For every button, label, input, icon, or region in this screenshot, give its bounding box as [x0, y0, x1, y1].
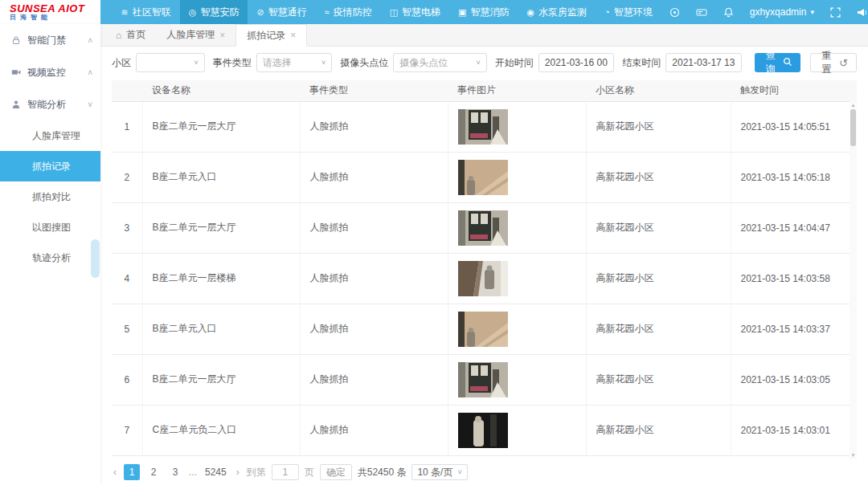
tab[interactable]: ⌂首页: [105, 24, 156, 46]
sidebar-item[interactable]: 人脸库管理: [0, 120, 100, 151]
sidebar-item-label: 抓拍对比: [32, 190, 71, 204]
reset-icon: ↺: [839, 57, 848, 69]
main-area: ⌂首页人脸库管理×抓拍记录× 小区 ˅ 事件类型 请选择 ˅ 摄像头点位 摄像头…: [100, 24, 868, 485]
event-snapshot-image[interactable]: [458, 160, 508, 195]
topnav-item-access[interactable]: ⊘智慧通行: [248, 0, 315, 24]
event-type-cell: 人脸抓拍: [300, 152, 448, 202]
next-page-button[interactable]: ›: [235, 467, 241, 478]
chevron-down-icon: ▾: [810, 8, 814, 16]
table-header-row: 设备名称事件类型事件图片小区名称触发时间: [112, 80, 857, 101]
event-snapshot-image[interactable]: [458, 109, 508, 145]
device-name-cell: C座二单元负二入口: [142, 405, 300, 455]
chevron-down-icon: ˅: [317, 59, 326, 67]
end-time-input[interactable]: [672, 57, 735, 68]
topnav-item-fire[interactable]: ▣智慧消防: [449, 0, 518, 24]
row-index: 3: [112, 202, 142, 253]
community-select[interactable]: ˅: [136, 53, 205, 72]
search-button[interactable]: 查询: [755, 53, 800, 72]
topnav-item-environment[interactable]: ◔智慧环境: [596, 0, 661, 24]
chevron-down-icon: ˅: [473, 59, 481, 67]
column-header: 小区名称: [586, 80, 731, 101]
column-header: 事件图片: [448, 80, 586, 101]
trigger-time-cell: 2021-03-15 14:03:58: [731, 253, 857, 304]
scroll-up-icon[interactable]: ▲: [850, 102, 857, 108]
event-snapshot-image[interactable]: [458, 362, 508, 397]
sidebar-item[interactable]: 以图搜图: [0, 212, 100, 243]
topnav-item-community[interactable]: ≋社区智联: [113, 0, 180, 24]
trigger-time-cell: 2021-03-15 14:03:37: [731, 304, 857, 354]
start-time-input[interactable]: [545, 57, 608, 68]
topnav-item-label: 智慧通行: [268, 6, 307, 19]
megaphone-icon[interactable]: [849, 7, 868, 18]
goto-confirm-button[interactable]: 确定: [320, 464, 352, 480]
event-snapshot-image[interactable]: [458, 413, 508, 448]
username: gxhyxqadmin: [750, 6, 807, 18]
page-ellipsis: ...: [189, 467, 197, 478]
tab[interactable]: 抓拍记录×: [235, 24, 307, 47]
table-row: 1B座二单元一层大厅人脸抓拍高新花园小区2021-03-15 14:05:51: [112, 101, 857, 152]
event-image-cell: [448, 304, 586, 354]
card-icon[interactable]: [688, 7, 715, 18]
camera-select[interactable]: 摄像头点位 ˅: [393, 53, 487, 72]
event-type-select-value: 请选择: [263, 56, 292, 70]
prev-page-button[interactable]: ‹: [112, 467, 118, 478]
sidebar-group-label: 智能门禁: [27, 34, 66, 47]
close-icon[interactable]: ×: [290, 30, 296, 41]
fullscreen-icon[interactable]: [822, 7, 849, 18]
user-menu[interactable]: gxhyxqadmin ▾: [742, 6, 822, 18]
environment-icon: ◔: [604, 7, 610, 17]
table-row: 7C座二单元负二入口人脸抓拍高新花园小区2021-03-15 14:03:01: [112, 405, 857, 455]
close-icon[interactable]: ×: [219, 30, 225, 41]
event-type-select[interactable]: 请选择 ˅: [256, 53, 333, 72]
community-cell: 高新花园小区: [586, 202, 731, 253]
reset-button[interactable]: 重置 ↺: [810, 53, 857, 72]
reset-button-label: 重置: [819, 49, 834, 76]
device-name-cell: B座二单元一层大厅: [142, 101, 300, 152]
end-time-field: [665, 53, 742, 72]
community-icon: ≋: [121, 7, 129, 18]
filter-bar: 小区 ˅ 事件类型 请选择 ˅ 摄像头点位 摄像头点位 ˅ 开始时间 结束时间 …: [100, 47, 868, 79]
page-number-button[interactable]: 2: [145, 464, 162, 480]
brand-logo: SUNSEA AIOT 日海智能: [0, 0, 100, 24]
tab-label: 抓拍记录: [247, 29, 285, 43]
topnav-item-label: 社区智联: [133, 6, 171, 19]
sidebar-collapse-handle[interactable]: [91, 239, 100, 278]
trigger-time-cell: 2021-03-15 14:03:01: [731, 405, 857, 455]
fire-icon: ▣: [458, 7, 466, 18]
event-type-cell: 人脸抓拍: [300, 354, 448, 405]
column-header: 事件类型: [300, 80, 448, 101]
table-scrollbar[interactable]: ▲ ▼: [850, 101, 857, 459]
sidebar-group-door-lock[interactable]: 智能门禁˄: [0, 24, 100, 56]
bell-icon[interactable]: [715, 7, 742, 18]
sidebar-item[interactable]: 轨迹分析: [0, 243, 100, 273]
sidebar-group-camera[interactable]: 视频监控˄: [0, 56, 100, 88]
pump-icon: ◉: [526, 7, 534, 18]
page-number-button[interactable]: 1: [124, 464, 140, 480]
event-type-label: 事件类型: [213, 56, 252, 70]
topnav-item-pump[interactable]: ◉水泵房监测: [518, 0, 596, 24]
tab[interactable]: 人脸库管理×: [156, 24, 235, 46]
topnav-item-label: 智慧电梯: [402, 6, 440, 19]
topnav-item-security[interactable]: ◎智慧安防: [180, 0, 248, 24]
table-row: 3B座二单元一层大厅人脸抓拍高新花园小区2021-03-15 14:04:47: [112, 202, 857, 253]
event-snapshot-image[interactable]: [458, 312, 508, 347]
target-icon[interactable]: [661, 7, 688, 18]
page-size-select[interactable]: 10 条/页 ˅: [411, 464, 467, 480]
goto-page-input[interactable]: [272, 464, 299, 480]
scrollbar-thumb[interactable]: [850, 109, 856, 146]
sidebar-group-person[interactable]: 智能分析˅: [0, 88, 100, 120]
sidebar-item-label: 抓拍记录: [32, 160, 71, 173]
page-number-button[interactable]: 3: [167, 464, 183, 480]
page-number-button[interactable]: 5245: [203, 464, 229, 480]
row-index: 1: [112, 101, 142, 152]
scroll-down-icon[interactable]: ▼: [850, 452, 857, 459]
event-snapshot-image[interactable]: [458, 261, 508, 296]
topnav-item-elevator[interactable]: ◫智慧电梯: [381, 0, 449, 24]
records-table-body: 1B座二单元一层大厅人脸抓拍高新花园小区2021-03-15 14:05:512…: [112, 101, 857, 455]
brand-name: SUNSEA AIOT: [10, 3, 100, 14]
sidebar-item[interactable]: 抓拍记录: [0, 151, 100, 181]
row-index: 6: [112, 354, 142, 405]
event-snapshot-image[interactable]: [458, 210, 508, 246]
sidebar-item[interactable]: 抓拍对比: [0, 181, 100, 212]
topnav-item-epidemic[interactable]: ≈疫情防控: [316, 0, 381, 24]
